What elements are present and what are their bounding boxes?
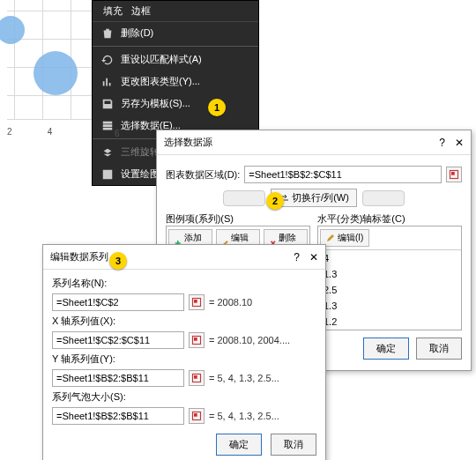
series-name-preview: = 2008.10 (209, 297, 252, 308)
horiz-item: 1.2 (318, 314, 461, 330)
range-picker-icon[interactable] (446, 167, 462, 182)
axis-tick: 2 (7, 127, 12, 137)
swap-row-col-button[interactable]: 切换行/列(W) (271, 189, 357, 207)
help-icon[interactable]: ? (294, 251, 300, 263)
edit-horiz-button[interactable]: 编辑(I) (320, 229, 369, 247)
arrow-right-icon (362, 190, 405, 206)
edit-series-dialog: 编辑数据系列 ? ✕ 系列名称(N): = 2008.10 X 轴系列值(X):… (42, 244, 326, 460)
bubble-size-input[interactable] (52, 407, 184, 425)
close-icon[interactable]: ✕ (455, 137, 464, 149)
callout-marker-1: 1 (208, 99, 226, 116)
dialog-title: 选择数据源 (164, 136, 212, 149)
x-values-preview: = 2008.10, 2004.... (209, 335, 290, 345)
ctx-3d-label: 三维旋转 (121, 145, 160, 159)
ctx-save-template-label: 另存为模板(S)... (121, 97, 190, 110)
ctx-reset-style[interactable]: 重设以匹配样式(A) (93, 48, 258, 70)
axis-tick: 6 (115, 129, 120, 138)
ok-button[interactable]: 确定 (216, 434, 262, 456)
horiz-item: 2.5 (318, 282, 461, 298)
ok-button[interactable]: 确定 (363, 338, 409, 360)
series-name-label: 系列名称(N): (52, 277, 316, 290)
horiz-item: 4 (318, 250, 461, 266)
range-picker-icon[interactable] (189, 408, 205, 424)
close-icon[interactable]: ✕ (309, 251, 318, 263)
range-picker-icon[interactable] (189, 332, 205, 348)
bubble-chart-fragment: 2 4 6 (0, 0, 93, 154)
ctx-delete[interactable]: 删除(D) (93, 22, 258, 44)
dialog-title: 编辑数据系列 (50, 250, 108, 263)
ctx-chart-type-label: 更改图表类型(Y)... (121, 75, 200, 88)
ctx-save-template[interactable]: 另存为模板(S)... (93, 93, 258, 115)
axis-tick: 4 (48, 127, 53, 137)
bubble-size-preview: = 5, 4, 1.3, 2.5... (209, 411, 279, 421)
horiz-axis-label: 水平(分类)轴标签(C) (317, 212, 462, 226)
swap-label: 切换行/列(W) (292, 191, 349, 204)
ctx-border[interactable]: 边框 (131, 4, 151, 18)
svg-rect-3 (194, 300, 197, 303)
horiz-axis-box: 编辑(I) 4 1.3 2.5 1.3 1.2 (317, 226, 462, 330)
arrow-left-icon (223, 190, 265, 206)
ctx-change-chart-type[interactable]: 更改图表类型(Y)... (93, 70, 258, 93)
cancel-button[interactable]: 取消 (271, 434, 316, 456)
svg-rect-7 (194, 375, 197, 379)
ctx-fill[interactable]: 填充 (103, 4, 123, 18)
svg-rect-9 (194, 413, 197, 417)
x-values-input[interactable] (52, 331, 184, 349)
y-values-input[interactable] (52, 369, 184, 387)
horiz-item: 1.3 (318, 266, 461, 282)
chart-range-input[interactable] (244, 166, 442, 183)
ctx-delete-label: 删除(D) (121, 26, 153, 40)
range-label: 图表数据区域(D): (166, 168, 240, 182)
legend-series-label: 图例项(系列)(S) (166, 212, 310, 226)
help-icon[interactable]: ? (439, 137, 445, 149)
callout-marker-2: 2 (266, 192, 284, 210)
dialog-titlebar: 选择数据源 ? ✕ (157, 130, 471, 155)
svg-rect-1 (451, 172, 455, 175)
callout-marker-3: 3 (109, 252, 127, 270)
range-picker-icon[interactable] (189, 294, 205, 310)
range-picker-icon[interactable] (189, 370, 205, 386)
horiz-item: 1.3 (318, 298, 461, 314)
dialog-titlebar: 编辑数据系列 ? ✕ (43, 245, 325, 270)
series-name-input[interactable] (52, 293, 184, 311)
x-values-label: X 轴系列值(X): (52, 315, 316, 328)
svg-rect-5 (194, 338, 197, 341)
bubble-size-label: 系列气泡大小(S): (52, 390, 316, 404)
cancel-button[interactable]: 取消 (416, 338, 462, 360)
ctx-reset-label: 重设以匹配样式(A) (121, 53, 202, 66)
y-values-preview: = 5, 4, 1.3, 2.5... (209, 373, 279, 383)
y-values-label: Y 轴系列值(Y): (52, 352, 316, 366)
